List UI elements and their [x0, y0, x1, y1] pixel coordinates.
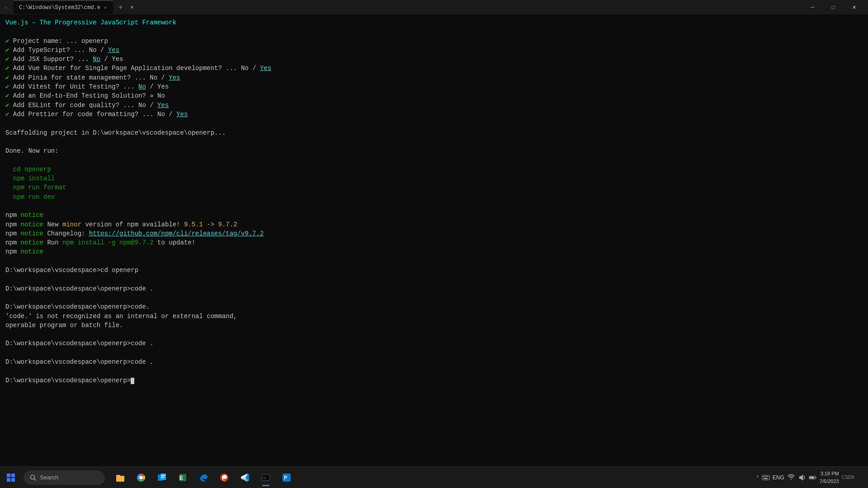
setup-line-3: ✔ Add JSX Support? ... No / Yes — [5, 55, 863, 64]
new-tab-button[interactable]: + — [116, 3, 125, 11]
title-bar: >_ C:\Windows\System32\cmd.e ✕ + ▾ ─ □ ✕ — [0, 0, 868, 14]
tab-dropdown-button[interactable]: ▾ — [128, 4, 136, 10]
setup-line-2: ✔ Add TypeScript? ... No / Yes — [5, 46, 863, 55]
minimize-button[interactable]: ─ — [802, 0, 823, 14]
taskbar-edge[interactable] — [193, 468, 213, 488]
language-indicator[interactable]: ENG — [773, 474, 784, 481]
prompt-active: D:\workspace\vscodespace\openerp> — [5, 376, 863, 385]
taskbar-chrome[interactable] — [131, 468, 151, 488]
taskbar-blue-app[interactable]: P — [277, 468, 297, 488]
system-tray: ^ ENG 3:18 — [751, 467, 868, 488]
title-bar-left: >_ C:\Windows\System32\cmd.e ✕ + ▾ — [4, 0, 136, 14]
wifi-icon — [787, 474, 795, 482]
cmd-npm-format: npm run format — [5, 183, 863, 192]
setup-line-8: ✔ Add ESLint for code quality? ... No / … — [5, 101, 863, 110]
npm-notice-1: npm notice — [5, 211, 863, 220]
setup-line-6: ✔ Add Vitest for Unit Testing? ... No / … — [5, 82, 863, 91]
prompt-code-3: D:\workspace\vscodespace\openerp>code . — [5, 339, 863, 348]
vuejs-title-line: Vue.js – The Progressive JavaScript Fram… — [5, 18, 863, 27]
svg-rect-16 — [161, 477, 164, 478]
volume-icon — [798, 474, 806, 482]
setup-line-9: ✔ Add Prettier for code formatting? ... … — [5, 110, 863, 119]
cmd-icon: >_ — [4, 4, 11, 11]
terminal-tab[interactable]: C:\Windows\System32\cmd.e ✕ — [14, 0, 113, 14]
svg-rect-2 — [7, 474, 10, 477]
svg-point-12 — [140, 476, 143, 479]
keyboard-icon — [762, 474, 770, 482]
battery-icon — [809, 474, 817, 482]
taskbar-clock[interactable]: 3:18 PM 7/5/2023 — [820, 470, 839, 485]
svg-rect-15 — [161, 475, 165, 476]
search-box[interactable]: Search — [24, 470, 105, 485]
taskbar-app4[interactable]: E — [173, 468, 193, 488]
svg-rect-5 — [11, 478, 15, 482]
setup-line-5: ✔ Add Pinia for state management? ... No… — [5, 73, 863, 82]
taskbar-apps: E — [107, 468, 751, 488]
svg-rect-33 — [810, 477, 814, 479]
svg-rect-32 — [816, 477, 816, 478]
clock-time: 3:18 PM — [820, 470, 839, 478]
terminal-output: Vue.js – The Progressive JavaScript Fram… — [0, 14, 868, 466]
error-line-2: operable program or batch file. — [5, 321, 863, 330]
search-text: Search — [40, 474, 58, 481]
setup-line-7: ✔ Add an End-to-End Testing Solution? » … — [5, 91, 863, 100]
svg-rect-26 — [764, 476, 765, 477]
svg-marker-30 — [799, 474, 803, 481]
vuejs-title: Vue.js – The Progressive JavaScript Fram… — [5, 19, 176, 26]
clock-date: 7/5/2023 — [820, 478, 839, 485]
taskbar-terminal[interactable]: >_ — [256, 468, 276, 488]
prompt-cd: D:\workspace\vscodespace>cd openerp — [5, 266, 863, 275]
svg-rect-4 — [7, 478, 10, 482]
taskbar-outlook[interactable] — [152, 468, 172, 488]
setup-line-4: ✔ Add Vue Router for Single Page Applica… — [5, 64, 863, 73]
csdn-label: CSDN — [842, 475, 854, 480]
close-button[interactable]: ✕ — [844, 0, 864, 14]
error-line-1: 'code.' is not recognized as an internal… — [5, 312, 863, 321]
taskbar-vscode[interactable] — [235, 468, 255, 488]
tab-close-icon[interactable]: ✕ — [103, 4, 108, 11]
svg-rect-27 — [766, 476, 767, 477]
scaffold-line: Scaffolding project in D:\workspace\vsco… — [5, 128, 863, 137]
svg-text:P: P — [284, 475, 287, 480]
svg-line-7 — [34, 479, 36, 480]
npm-notice-2: npm notice New minor version of npm avai… — [5, 220, 863, 229]
maximize-button[interactable]: □ — [823, 0, 844, 14]
window-controls: ─ □ ✕ — [802, 0, 864, 14]
cmd-npm-install: npm install — [5, 174, 863, 183]
npm-notice-5: npm notice — [5, 247, 863, 256]
prompt-code-1: D:\workspace\vscodespace\openerp>code . — [5, 284, 863, 293]
tray-chevron[interactable]: ^ — [756, 475, 759, 480]
prompt-code-4: D:\workspace\vscodespace\openerp>code . — [5, 357, 863, 366]
tab-title: C:\Windows\System32\cmd.e — [19, 5, 100, 11]
svg-rect-25 — [763, 476, 764, 477]
setup-line-1: ✔ Project name: ... openerp — [5, 37, 863, 46]
npm-notice-3: npm notice Changelog: https://github.com… — [5, 229, 863, 238]
svg-text:>_: >_ — [263, 475, 269, 481]
svg-text:E: E — [179, 475, 183, 481]
taskbar-edge2[interactable] — [214, 468, 234, 488]
start-button[interactable] — [0, 467, 22, 488]
cmd-npm-dev: npm run dev — [5, 192, 863, 202]
search-icon — [30, 474, 36, 481]
svg-rect-28 — [767, 476, 768, 477]
svg-rect-29 — [764, 478, 768, 479]
svg-rect-9 — [116, 475, 120, 477]
cmd-cd: cd openerp — [5, 165, 863, 174]
done-line: Done. Now run: — [5, 146, 863, 155]
svg-text:>_: >_ — [5, 5, 10, 10]
taskbar-file-explorer[interactable] — [110, 468, 130, 488]
svg-rect-3 — [11, 474, 15, 477]
taskbar: Search — [0, 466, 868, 488]
show-desktop-button[interactable] — [857, 467, 863, 488]
npm-notice-4: npm notice Run npm install -g npm@9.7.2 … — [5, 238, 863, 247]
svg-rect-24 — [762, 475, 769, 480]
prompt-code-2: D:\workspace\vscodespace\openerp>code. — [5, 302, 863, 311]
